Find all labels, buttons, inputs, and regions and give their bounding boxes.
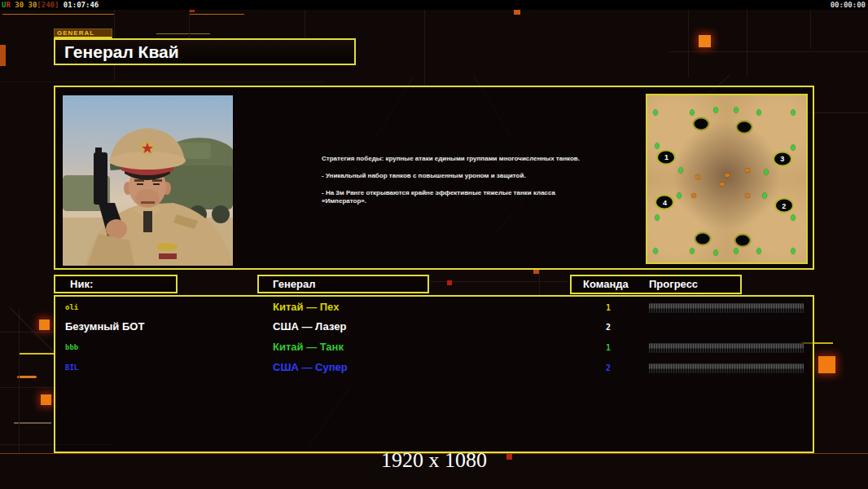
player-nick: bbb xyxy=(65,343,78,351)
map-resource-dot-green xyxy=(713,249,717,255)
map-resource-dot-green xyxy=(756,109,761,115)
map-resource-dot-green xyxy=(690,109,694,115)
map-resource-dot-green xyxy=(653,248,657,253)
page-title: Генерал Квай xyxy=(55,40,354,64)
general-portrait-image xyxy=(62,95,234,267)
map-resource-dot-green xyxy=(713,108,717,113)
player-row[interactable]: oliКитай — Пех1 xyxy=(55,301,813,315)
player-progress-bar xyxy=(649,363,804,374)
map-resource-dot-green xyxy=(791,109,796,115)
player-general: США — Лазер xyxy=(273,320,346,333)
general-title-box: Генерал Квай xyxy=(54,38,356,65)
map-resource-dot-green xyxy=(655,214,659,220)
deco-line xyxy=(688,10,689,77)
deco-line xyxy=(156,33,210,34)
deco-line xyxy=(19,310,20,453)
player-team-number: 1 xyxy=(603,303,614,312)
map-start-position-3: 3 xyxy=(773,151,792,166)
map-resource-dot-green xyxy=(677,193,682,199)
map-start-position-1: 1 xyxy=(656,149,676,165)
general-info-panel: Стратегия победы: крупные атаки едиными … xyxy=(54,86,814,270)
deco-line xyxy=(0,387,54,388)
map-oil-spot xyxy=(693,117,710,130)
deco-line xyxy=(0,332,54,333)
map-resource-dot-green xyxy=(756,248,761,253)
player-row[interactable]: Безумный БОТСША — Лазер2 xyxy=(55,320,813,335)
player-general: США — Супер xyxy=(273,361,348,373)
map-resource-dot-green xyxy=(791,248,796,253)
resolution-label: 1920 x 1080 xyxy=(0,448,868,473)
deco-line xyxy=(17,376,37,378)
map-resource-dot-green xyxy=(655,143,659,148)
player-team-number: 2 xyxy=(603,323,614,332)
player-nick: Безумный БОТ xyxy=(65,320,144,333)
debug-stats-text: UR 30 30[240] 01:07:46 xyxy=(2,1,99,9)
player-row[interactable]: bbbКитай — Танк1 xyxy=(55,341,813,355)
map-structure-dot-orange xyxy=(725,174,730,178)
column-header-team: Команда xyxy=(583,276,629,293)
player-progress-bar xyxy=(649,343,804,354)
description-line: - Уникальный набор танков с повышенным у… xyxy=(322,172,586,180)
deco-line xyxy=(20,353,54,355)
map-structure-dot-orange xyxy=(720,182,725,186)
deco-line xyxy=(668,51,868,52)
map-structure-dot-orange xyxy=(745,194,750,198)
column-header-nick: Ник: xyxy=(54,275,178,293)
deco-square xyxy=(699,35,711,47)
deco-line xyxy=(9,307,55,354)
player-general: Китай — Пех xyxy=(273,301,339,313)
debug-stat-segment: [240] xyxy=(37,1,59,9)
deco-line xyxy=(2,14,114,15)
map-structure-dot-orange xyxy=(695,175,700,179)
deco-square xyxy=(447,280,452,285)
player-team-number: 1 xyxy=(603,343,614,352)
deco-left-bar xyxy=(0,45,6,66)
column-header-progress: Прогресс xyxy=(649,276,698,293)
description-line: Стратегия победы: крупные атаки едиными … xyxy=(322,155,586,163)
map-start-position-4: 4 xyxy=(655,195,674,210)
status-bar: UR 30 30[240] 01:07:46 00:00:00 xyxy=(0,0,868,10)
deco-square xyxy=(41,394,51,405)
game-lobby-screen: UR 30 30[240] 01:07:46 00:00:00 GENERAL … xyxy=(0,0,868,489)
map-resource-dot-green xyxy=(653,109,657,115)
map-structure-dot-orange xyxy=(691,194,696,198)
map-resource-dot-green xyxy=(734,108,739,113)
general-tag-label: GENERAL xyxy=(54,29,112,38)
debug-stat-segment: 01:07:46 xyxy=(59,1,99,9)
column-header-team-progress: Команда Прогресс xyxy=(570,275,742,294)
player-progress-bar xyxy=(649,303,804,314)
column-header-general: Генерал xyxy=(257,275,429,293)
map-start-position-2: 2 xyxy=(774,198,794,214)
map-resource-dot-green xyxy=(791,214,796,220)
deco-square xyxy=(39,319,50,330)
deco-line xyxy=(539,270,540,295)
map-resource-dot-green xyxy=(763,193,767,199)
player-nick: oli xyxy=(65,303,78,311)
map-resource-dot-green xyxy=(690,248,694,253)
general-description: Стратегия победы: крупные атаки едиными … xyxy=(322,155,586,214)
map-preview: 1342 xyxy=(646,94,808,264)
player-team-number: 2 xyxy=(603,363,614,372)
map-resource-dot-green xyxy=(678,168,682,174)
player-row[interactable]: BILСША — Супер2 xyxy=(55,361,813,376)
map-oil-spot xyxy=(695,232,712,246)
deco-line xyxy=(190,14,244,15)
map-resource-dot-green xyxy=(734,248,739,253)
player-list-panel: oliКитай — Пех1Безумный БОТСША — Лазер2b… xyxy=(54,295,814,453)
map-resource-dot-green xyxy=(765,170,769,175)
map-oil-spot xyxy=(734,234,752,248)
map-structure-dot-orange xyxy=(745,169,750,173)
player-rows: oliКитай — Пех1Безумный БОТСША — Лазер2b… xyxy=(55,297,813,452)
deco-line xyxy=(424,0,425,86)
player-nick: BIL xyxy=(65,363,78,372)
deco-square xyxy=(818,356,835,373)
debug-stat-segment: 30 30 xyxy=(11,1,37,9)
description-line: - На 3м Ранге открываются крайне эффекти… xyxy=(322,189,586,205)
map-oil-spot xyxy=(735,120,752,134)
match-clock: 00:00:00 xyxy=(831,1,866,9)
portrait-illustration xyxy=(63,95,233,266)
deco-line xyxy=(747,10,747,77)
deco-line xyxy=(810,10,811,49)
deco-line xyxy=(0,82,326,82)
player-general: Китай — Танк xyxy=(273,341,344,353)
